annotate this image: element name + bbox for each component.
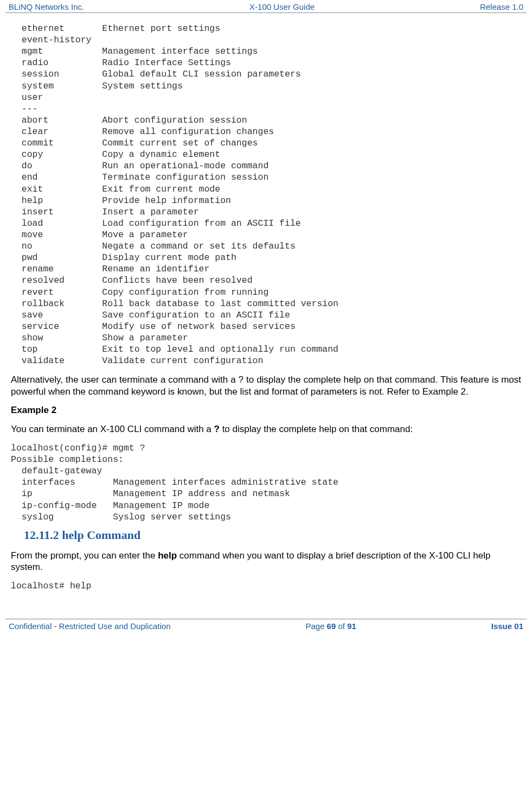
cli-output-mgmt: localhost(config)# mgmt ? Possible compl… xyxy=(11,442,521,523)
bold-help: help xyxy=(158,550,177,561)
bold-question-mark: ? xyxy=(214,424,220,434)
footer-right: Issue 01 xyxy=(491,621,523,631)
cli-output-commands: ethernet Ethernet port settings event-hi… xyxy=(11,23,521,366)
page-header: BLiNQ Networks Inc. X-100 User Guide Rel… xyxy=(5,0,527,13)
section-heading-help-command: 12.11.2 help Command xyxy=(24,528,521,542)
cli-output-help: localhost# help xyxy=(11,580,521,592)
text-fragment: You can terminate an X-100 CLI command w… xyxy=(11,424,214,434)
paragraph-example2-intro: You can terminate an X-100 CLI command w… xyxy=(11,423,521,435)
text-fragment: of xyxy=(336,621,347,631)
footer-left: Confidential - Restricted Use and Duplic… xyxy=(9,621,170,631)
footer-center: Page 69 of 91 xyxy=(305,621,356,631)
page-content: ethernet Ethernet port settings event-hi… xyxy=(5,13,527,597)
page-footer: Confidential - Restricted Use and Duplic… xyxy=(5,619,527,633)
page-number-total: 91 xyxy=(347,621,356,631)
paragraph-alternative: Alternatively, the user can terminate a … xyxy=(11,374,521,397)
text-fragment: Page xyxy=(305,621,326,631)
header-left: BLiNQ Networks Inc. xyxy=(9,2,84,11)
header-center: X-100 User Guide xyxy=(84,2,480,11)
header-right: Release 1.0 xyxy=(480,2,523,11)
page-number-current: 69 xyxy=(327,621,336,631)
text-fragment: to display the complete help on that com… xyxy=(220,424,413,434)
text-fragment: From the prompt, you can enter the xyxy=(11,550,158,561)
example2-heading: Example 2 xyxy=(11,405,521,416)
paragraph-help-intro: From the prompt, you can enter the help … xyxy=(11,550,521,573)
